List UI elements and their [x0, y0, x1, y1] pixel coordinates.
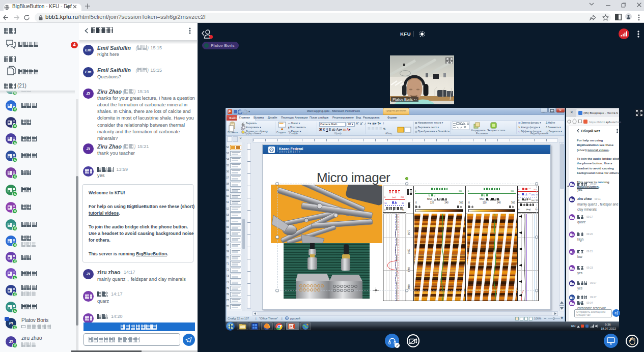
svg-text:P: P [290, 325, 293, 329]
